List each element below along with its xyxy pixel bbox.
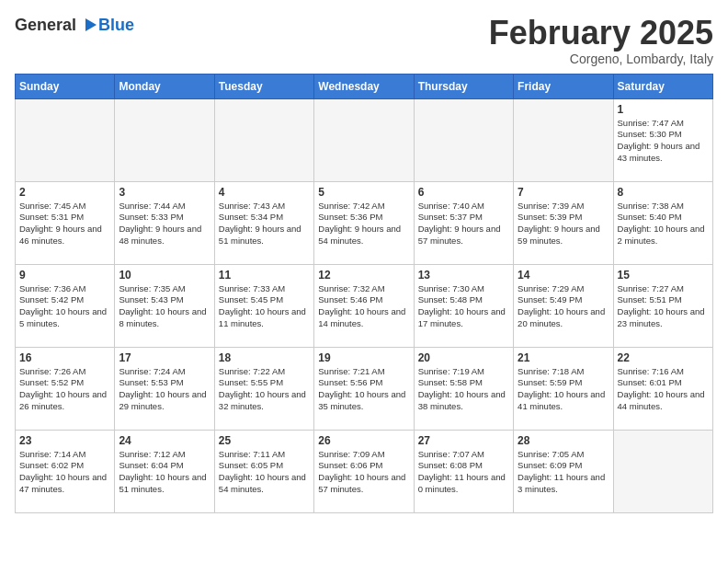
day-number: 7 — [518, 186, 609, 199]
logo-text-blue: Blue — [98, 16, 134, 34]
calendar-cell: 1Sunrise: 7:47 AMSunset: 5:30 PMDaylight… — [613, 98, 712, 181]
calendar-cell: 20Sunrise: 7:19 AMSunset: 5:58 PMDayligh… — [414, 347, 513, 430]
calendar-cell — [115, 98, 214, 181]
day-number: 12 — [318, 269, 409, 282]
calendar-cell: 21Sunrise: 7:18 AMSunset: 5:59 PMDayligh… — [514, 347, 613, 430]
calendar-cell: 27Sunrise: 7:07 AMSunset: 6:08 PMDayligh… — [414, 430, 513, 512]
calendar-cell: 25Sunrise: 7:11 AMSunset: 6:05 PMDayligh… — [214, 430, 313, 512]
day-info: Sunrise: 7:45 AMSunset: 5:31 PMDaylight:… — [19, 201, 110, 247]
calendar-cell — [16, 98, 115, 181]
day-number: 13 — [418, 269, 509, 282]
day-number: 16 — [19, 351, 110, 364]
day-info: Sunrise: 7:22 AMSunset: 5:55 PMDaylight:… — [219, 366, 310, 413]
calendar-cell: 17Sunrise: 7:24 AMSunset: 5:53 PMDayligh… — [115, 347, 214, 430]
calendar-cell: 8Sunrise: 7:38 AMSunset: 5:40 PMDaylight… — [613, 181, 712, 264]
day-number: 24 — [119, 434, 210, 447]
day-info: Sunrise: 7:12 AMSunset: 6:04 PMDaylight:… — [119, 449, 210, 496]
day-number: 6 — [418, 186, 509, 199]
calendar-cell: 22Sunrise: 7:16 AMSunset: 6:01 PMDayligh… — [613, 347, 712, 430]
day-number: 5 — [318, 186, 409, 199]
weekday-header-monday: Monday — [115, 74, 214, 98]
calendar-cell: 18Sunrise: 7:22 AMSunset: 5:55 PMDayligh… — [214, 347, 313, 430]
calendar-cell: 11Sunrise: 7:33 AMSunset: 5:45 PMDayligh… — [214, 264, 313, 347]
calendar-cell: 7Sunrise: 7:39 AMSunset: 5:39 PMDaylight… — [514, 181, 613, 264]
day-info: Sunrise: 7:35 AMSunset: 5:43 PMDaylight:… — [119, 283, 210, 330]
calendar-cell: 13Sunrise: 7:30 AMSunset: 5:48 PMDayligh… — [414, 264, 513, 347]
day-number: 23 — [19, 434, 110, 447]
month-title: February 2025 — [489, 15, 713, 52]
day-number: 9 — [19, 269, 110, 282]
calendar-cell — [414, 98, 513, 181]
calendar-cell: 10Sunrise: 7:35 AMSunset: 5:43 PMDayligh… — [115, 264, 214, 347]
day-info: Sunrise: 7:30 AMSunset: 5:48 PMDaylight:… — [418, 283, 509, 330]
day-number: 21 — [518, 351, 609, 364]
day-info: Sunrise: 7:29 AMSunset: 5:49 PMDaylight:… — [518, 283, 609, 330]
day-number: 15 — [618, 269, 709, 282]
day-info: Sunrise: 7:27 AMSunset: 5:51 PMDaylight:… — [618, 283, 709, 330]
calendar-cell: 12Sunrise: 7:32 AMSunset: 5:46 PMDayligh… — [314, 264, 414, 347]
day-number: 20 — [418, 351, 509, 364]
day-info: Sunrise: 7:19 AMSunset: 5:58 PMDaylight:… — [418, 366, 509, 413]
day-info: Sunrise: 7:44 AMSunset: 5:33 PMDaylight:… — [119, 201, 210, 247]
calendar-cell: 3Sunrise: 7:44 AMSunset: 5:33 PMDaylight… — [115, 181, 214, 264]
day-info: Sunrise: 7:26 AMSunset: 5:52 PMDaylight:… — [19, 366, 110, 413]
week-row-4: 16Sunrise: 7:26 AMSunset: 5:52 PMDayligh… — [16, 347, 713, 430]
day-number: 17 — [119, 351, 210, 364]
calendar-cell: 26Sunrise: 7:09 AMSunset: 6:06 PMDayligh… — [314, 430, 414, 512]
logo-icon — [78, 15, 98, 35]
calendar-cell: 2Sunrise: 7:45 AMSunset: 5:31 PMDaylight… — [16, 181, 115, 264]
day-number: 28 — [518, 434, 609, 447]
calendar-table: SundayMondayTuesdayWednesdayThursdayFrid… — [15, 74, 713, 513]
day-info: Sunrise: 7:14 AMSunset: 6:02 PMDaylight:… — [19, 449, 110, 496]
day-info: Sunrise: 7:43 AMSunset: 5:34 PMDaylight:… — [219, 201, 310, 247]
weekday-header-wednesday: Wednesday — [314, 74, 414, 98]
calendar-cell — [314, 98, 414, 181]
day-info: Sunrise: 7:36 AMSunset: 5:42 PMDaylight:… — [19, 283, 110, 330]
logo: General Blue — [15, 15, 134, 35]
weekday-header-saturday: Saturday — [613, 74, 712, 98]
calendar-cell — [214, 98, 313, 181]
day-number: 11 — [219, 269, 310, 282]
weekday-header-row: SundayMondayTuesdayWednesdayThursdayFrid… — [16, 74, 713, 98]
svg-marker-0 — [85, 18, 97, 31]
location-subtitle: Corgeno, Lombardy, Italy — [489, 52, 713, 66]
calendar-cell — [514, 98, 613, 181]
day-info: Sunrise: 7:21 AMSunset: 5:56 PMDaylight:… — [318, 366, 409, 413]
day-info: Sunrise: 7:38 AMSunset: 5:40 PMDaylight:… — [618, 201, 709, 247]
day-number: 2 — [19, 186, 110, 199]
calendar-cell: 19Sunrise: 7:21 AMSunset: 5:56 PMDayligh… — [314, 347, 414, 430]
day-info: Sunrise: 7:24 AMSunset: 5:53 PMDaylight:… — [119, 366, 210, 413]
day-number: 19 — [318, 351, 409, 364]
page-header: General Blue February 2025 Corgeno, Lomb… — [15, 15, 713, 66]
day-info: Sunrise: 7:05 AMSunset: 6:09 PMDaylight:… — [518, 449, 609, 496]
day-info: Sunrise: 7:33 AMSunset: 5:45 PMDaylight:… — [219, 283, 310, 330]
day-info: Sunrise: 7:11 AMSunset: 6:05 PMDaylight:… — [219, 449, 310, 496]
calendar-cell: 24Sunrise: 7:12 AMSunset: 6:04 PMDayligh… — [115, 430, 214, 512]
calendar-cell: 6Sunrise: 7:40 AMSunset: 5:37 PMDaylight… — [414, 181, 513, 264]
calendar-cell: 5Sunrise: 7:42 AMSunset: 5:36 PMDaylight… — [314, 181, 414, 264]
calendar-cell: 9Sunrise: 7:36 AMSunset: 5:42 PMDaylight… — [16, 264, 115, 347]
day-number: 25 — [219, 434, 310, 447]
day-number: 14 — [518, 269, 609, 282]
day-number: 18 — [219, 351, 310, 364]
weekday-header-friday: Friday — [514, 74, 613, 98]
calendar-cell: 28Sunrise: 7:05 AMSunset: 6:09 PMDayligh… — [514, 430, 613, 512]
weekday-header-thursday: Thursday — [414, 74, 513, 98]
week-row-3: 9Sunrise: 7:36 AMSunset: 5:42 PMDaylight… — [16, 264, 713, 347]
day-info: Sunrise: 7:47 AMSunset: 5:30 PMDaylight:… — [618, 118, 709, 165]
day-number: 26 — [318, 434, 409, 447]
week-row-1: 1Sunrise: 7:47 AMSunset: 5:30 PMDaylight… — [16, 98, 713, 181]
day-info: Sunrise: 7:39 AMSunset: 5:39 PMDaylight:… — [518, 201, 609, 247]
calendar-cell: 4Sunrise: 7:43 AMSunset: 5:34 PMDaylight… — [214, 181, 313, 264]
calendar-cell: 14Sunrise: 7:29 AMSunset: 5:49 PMDayligh… — [514, 264, 613, 347]
day-number: 1 — [618, 103, 709, 116]
day-info: Sunrise: 7:09 AMSunset: 6:06 PMDaylight:… — [318, 449, 409, 496]
calendar-cell — [613, 430, 712, 512]
calendar-cell: 16Sunrise: 7:26 AMSunset: 5:52 PMDayligh… — [16, 347, 115, 430]
weekday-header-sunday: Sunday — [16, 74, 115, 98]
calendar-cell: 15Sunrise: 7:27 AMSunset: 5:51 PMDayligh… — [613, 264, 712, 347]
day-number: 22 — [618, 351, 709, 364]
day-info: Sunrise: 7:32 AMSunset: 5:46 PMDaylight:… — [318, 283, 409, 330]
day-info: Sunrise: 7:18 AMSunset: 5:59 PMDaylight:… — [518, 366, 609, 413]
weekday-header-tuesday: Tuesday — [214, 74, 313, 98]
